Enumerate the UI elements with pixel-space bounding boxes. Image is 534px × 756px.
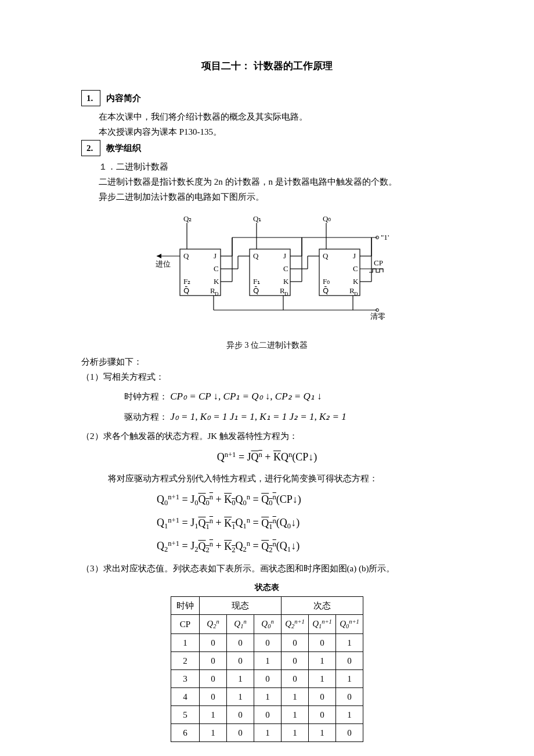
table-cell: 5 xyxy=(171,705,200,723)
th-q0n: Q0n xyxy=(254,615,282,634)
th-clock: 时钟 xyxy=(171,597,200,615)
table-cell: 1 xyxy=(336,705,363,723)
svg-text:J: J xyxy=(353,251,356,260)
table-cell: 0 xyxy=(254,705,282,723)
table-cell: 0 xyxy=(227,705,254,723)
table-row: 2001010 xyxy=(171,651,363,669)
svg-text:清零: 清零 xyxy=(370,312,385,321)
table-cell: 0 xyxy=(282,669,309,687)
svg-text:C: C xyxy=(353,264,358,273)
table-header-row-1: 时钟 现态 次态 xyxy=(171,597,363,615)
table-cell: 0 xyxy=(200,669,227,687)
figure-caption: 异步 3 位二进制计数器 xyxy=(81,339,453,352)
step-3: （3）求出对应状态值。列状态表如下表所示。画状态图和时序图如图(a) (b)所示… xyxy=(81,561,453,575)
table-cell: 0 xyxy=(309,633,336,651)
state-eq-1: Q1n+1 = J1Q1n + K1Q1n = Q1n(Q0↓) xyxy=(157,514,453,532)
svg-text:Q̄: Q̄ xyxy=(323,286,329,295)
table-row: 1000001 xyxy=(171,633,363,651)
table-cell: 4 xyxy=(171,687,200,705)
svg-text:K: K xyxy=(283,277,289,286)
step-2b: 将对应驱动方程式分别代入特性方程式，进行化简变换可得状态方程： xyxy=(108,471,453,485)
svg-text:Q: Q xyxy=(183,251,189,260)
svg-marker-34 xyxy=(157,254,161,258)
table-cell: 1 xyxy=(282,705,309,723)
svg-text:D: D xyxy=(354,291,358,297)
table-cell: 0 xyxy=(200,651,227,669)
sec1-p1: 在本次课中，我们将介绍计数器的概念及其实际电路。 xyxy=(99,110,453,124)
table-cell: 0 xyxy=(309,687,336,705)
table-cell: 0 xyxy=(227,633,254,651)
th-next: 次态 xyxy=(282,597,363,615)
svg-text:Q: Q xyxy=(323,251,329,260)
step-1: （1）写相关方程式： xyxy=(81,370,453,384)
table-cell: 1 xyxy=(200,705,227,723)
th-q2n: Q2n xyxy=(200,615,227,634)
table-cell: 0 xyxy=(200,633,227,651)
table-cell: 1 xyxy=(282,723,309,741)
svg-text:Q₂: Q₂ xyxy=(183,214,192,223)
table-cell: 3 xyxy=(171,669,200,687)
analysis-intro: 分析步骤如下： xyxy=(81,355,453,369)
state-table: 时钟 现态 次态 CP Q2n Q1n Q0n Q2n+1 Q1n+1 Q0n+… xyxy=(171,596,363,742)
th-q1n1: Q1n+1 xyxy=(309,615,336,634)
table-cell: 0 xyxy=(227,651,254,669)
section-2-heading: 教学组织 xyxy=(106,141,141,155)
table-cell: 1 xyxy=(336,669,363,687)
table-cell: 1 xyxy=(171,633,200,651)
section-1-heading: 内容简介 xyxy=(106,91,141,105)
svg-text:Q: Q xyxy=(253,251,259,260)
step-2: （2）求各个触发器的状态方程。JK 触发器特性方程为： xyxy=(81,429,453,443)
table-row: 5100101 xyxy=(171,705,363,723)
th-q2n1: Q2n+1 xyxy=(282,615,309,634)
table-cell: 0 xyxy=(336,723,363,741)
svg-text:D: D xyxy=(215,291,219,297)
table-cell: 0 xyxy=(336,687,363,705)
svg-text:F₁: F₁ xyxy=(253,277,260,286)
state-eq-2: Q2n+1 = J2Q2n + K2Q2n = Q2n(Q1↓) xyxy=(157,538,453,555)
table-cell: 1 xyxy=(254,687,282,705)
table-cell: 0 xyxy=(200,687,227,705)
characteristic-equation: Qn+1 = JQn + KQn(CP↓) xyxy=(81,449,453,466)
table-cell: 1 xyxy=(309,723,336,741)
svg-text:C: C xyxy=(214,264,219,273)
svg-text:K: K xyxy=(214,277,219,286)
table-cell: 0 xyxy=(282,633,309,651)
section-2-number: 2. xyxy=(81,140,100,156)
sec2-sub1: １．二进制计数器 xyxy=(99,160,453,174)
sec2-p1: 二进制计数器是指计数长度为 2n 的计数器，n 是计数器电路中触发器的个数。 xyxy=(99,175,453,189)
drive-equation: 驱动方程： J₀ = 1, K₀ = 1 J₁ = 1, K₁ = 1 J₂ =… xyxy=(124,409,453,424)
th-q0n1: Q0n+1 xyxy=(336,615,363,634)
table-row: 3010011 xyxy=(171,669,363,687)
svg-text:进位: 进位 xyxy=(156,260,171,268)
svg-text:Q̄: Q̄ xyxy=(253,286,259,295)
table-row: 6101110 xyxy=(171,723,363,741)
svg-text:J: J xyxy=(214,251,217,260)
th-q1n: Q1n xyxy=(227,615,254,634)
table-header-row-2: CP Q2n Q1n Q0n Q2n+1 Q1n+1 Q0n+1 xyxy=(171,615,363,634)
state-eq-0: Q0n+1 = J0Q0n + K0Q0n = Q0n(CP↓) xyxy=(157,491,453,509)
table-cell: 0 xyxy=(254,669,282,687)
svg-text:D: D xyxy=(284,291,288,297)
table-cell: 1 xyxy=(227,687,254,705)
svg-text:J: J xyxy=(283,251,286,260)
table-cell: 2 xyxy=(171,651,200,669)
counter-circuit-icon: .l { stroke:#000; stroke-width:1.2; fill… xyxy=(145,214,389,330)
table-cell: 1 xyxy=(309,651,336,669)
table-cell: 1 xyxy=(282,687,309,705)
table-cell: 0 xyxy=(254,633,282,651)
table-cell: 0 xyxy=(282,651,309,669)
svg-text:K: K xyxy=(353,277,359,286)
svg-text:F₂: F₂ xyxy=(183,277,190,286)
svg-text:F₀: F₀ xyxy=(323,277,330,286)
svg-text:C: C xyxy=(283,264,288,273)
table-cell: 1 xyxy=(254,723,282,741)
table-caption: 状态表 xyxy=(81,581,453,594)
sec2-p2: 异步二进制加法计数器的电路如下图所示。 xyxy=(99,190,453,204)
table-cell: 0 xyxy=(309,705,336,723)
svg-text:CP: CP xyxy=(374,258,383,267)
table-cell: 1 xyxy=(227,669,254,687)
table-row: 4011100 xyxy=(171,687,363,705)
table-cell: 0 xyxy=(227,723,254,741)
table-cell: 1 xyxy=(200,723,227,741)
svg-text:"1": "1" xyxy=(381,233,389,242)
